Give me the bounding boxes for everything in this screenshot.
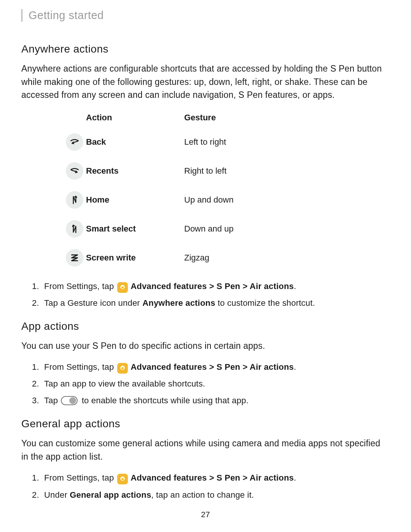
list-item: Tap to enable the shortcuts while using … [32,394,390,407]
section-app-actions: App actions You can use your S Pen to do… [21,320,390,407]
step-text: Under [44,490,70,500]
step-bold: General app actions [70,490,151,500]
cell-gesture: Up and down [184,195,390,205]
th-gesture: Gesture [184,113,390,123]
table-row: Screen write Zigzag [63,243,390,272]
table-row: Home Up and down [63,185,390,214]
body-anywhere-actions: Anywhere actions are configurable shortc… [21,62,390,102]
list-item: From Settings, tap Advanced features > S… [32,361,390,374]
recents-gesture-icon [66,162,83,180]
step-text: From Settings, tap [44,281,116,291]
step-text: . [294,281,296,291]
page-number: 27 [0,510,411,519]
list-item: Under General app actions, tap an action… [32,489,390,502]
settings-icon [117,474,128,484]
steps-app: From Settings, tap Advanced features > S… [32,361,390,407]
list-item: From Settings, tap Advanced features > S… [32,471,390,484]
settings-icon [117,363,128,374]
step-text: . [294,362,296,372]
step-path: Advanced features > S Pen > Air actions [129,473,294,482]
cell-action: Smart select [86,224,184,234]
step-text: Tap [44,396,60,405]
home-gesture-icon [66,191,83,209]
section-general-app-actions: General app actions You can customize so… [21,418,390,501]
step-path: Advanced features > S Pen > Air actions [129,281,294,291]
step-path: Advanced features > S Pen > Air actions [129,362,294,372]
screen-write-gesture-icon [66,249,83,267]
list-item: Tap a Gesture icon under Anywhere action… [32,297,390,310]
heading-anywhere-actions: Anywhere actions [21,43,390,55]
gesture-table: Action Gesture Back Left to right Recent… [63,110,390,272]
steps-anywhere: From Settings, tap Advanced features > S… [32,280,390,310]
table-row: Back Left to right [63,128,390,157]
cell-action: Home [86,195,184,205]
heading-general-app-actions: General app actions [21,418,390,430]
breadcrumb: Getting started [21,9,390,22]
step-text: to customize the shortcut. [215,298,315,308]
step-text: to enable the shortcuts while using that… [79,396,249,405]
th-action: Action [86,113,184,123]
body-general-app-actions: You can customize some general actions w… [21,437,390,463]
step-text: From Settings, tap [44,362,116,372]
settings-icon [117,282,128,293]
cell-action: Recents [86,166,184,176]
cell-action: Back [86,137,184,147]
table-row: Recents Right to left [63,157,390,185]
step-text: . [294,473,296,482]
body-app-actions: You can use your S Pen to do specific ac… [21,339,390,353]
step-text: , tap an action to change it. [151,490,254,500]
cell-gesture: Down and up [184,224,390,234]
steps-general: From Settings, tap Advanced features > S… [32,471,390,501]
step-bold: Anywhere actions [142,298,215,308]
toggle-icon [61,396,78,405]
cell-action: Screen write [86,253,184,263]
smart-select-gesture-icon [66,220,83,238]
section-anywhere-actions: Anywhere actions Anywhere actions are co… [21,43,390,310]
back-gesture-icon [66,133,83,151]
cell-gesture: Left to right [184,137,390,147]
cell-gesture: Right to left [184,166,390,176]
step-text: Tap a Gesture icon under [44,298,142,308]
cell-gesture: Zigzag [184,253,390,263]
list-item: Tap an app to view the available shortcu… [32,377,390,390]
heading-app-actions: App actions [21,320,390,332]
list-item: From Settings, tap Advanced features > S… [32,280,390,293]
table-header: Action Gesture [63,110,390,125]
table-row: Smart select Down and up [63,214,390,243]
step-text: From Settings, tap [44,473,116,482]
